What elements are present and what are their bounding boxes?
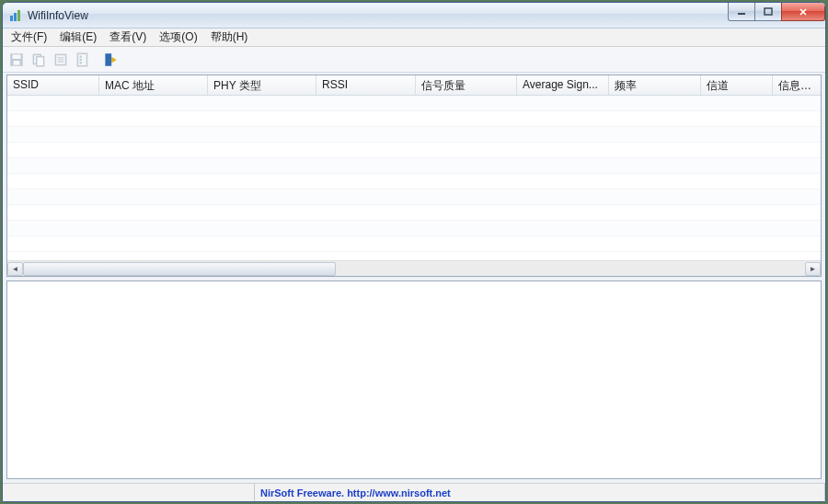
save-icon[interactable] (8, 52, 25, 68)
toolbar (3, 47, 825, 73)
window-title: WifiInfoView (28, 9, 88, 22)
svg-rect-1 (14, 13, 17, 21)
menu-file[interactable]: 文件(F) (5, 28, 53, 47)
maximize-button[interactable] (754, 3, 782, 21)
horizontal-scrollbar[interactable]: ◄ ► (7, 260, 821, 276)
col-channel[interactable]: 信道 (701, 75, 773, 95)
scroll-track[interactable] (23, 262, 805, 276)
svg-rect-4 (765, 8, 772, 15)
svg-rect-0 (10, 16, 13, 21)
status-cell-left (3, 484, 255, 501)
svg-rect-13 (80, 58, 82, 60)
scroll-thumb[interactable] (23, 262, 336, 276)
list-row[interactable] (7, 158, 821, 174)
list-row[interactable] (7, 236, 821, 252)
scroll-right-icon[interactable]: ► (805, 262, 821, 276)
menu-bar: 文件(F) 编辑(E) 查看(V) 选项(O) 帮助(H) (3, 29, 825, 47)
app-window: WifiInfoView 文件(F) 编辑(E) 查看(V) 选项(O) 帮助(… (2, 2, 826, 502)
menu-options[interactable]: 选项(O) (153, 28, 203, 47)
close-button[interactable] (781, 3, 825, 21)
menu-edit[interactable]: 编辑(E) (53, 28, 103, 47)
list-row[interactable] (7, 96, 821, 111)
menu-help[interactable]: 帮助(H) (204, 28, 255, 47)
list-header: SSID MAC 地址 PHY 类型 RSSI 信号质量 Average Sig… (7, 75, 821, 96)
status-cell-main: NirSoft Freeware. http://www.nirsoft.net (255, 484, 825, 501)
svg-rect-12 (80, 55, 82, 57)
refresh-icon[interactable] (102, 52, 119, 68)
window-controls (729, 3, 825, 21)
svg-rect-7 (14, 61, 20, 65)
list-row[interactable] (7, 111, 821, 127)
col-rssi[interactable]: RSSI (316, 75, 416, 95)
svg-rect-6 (13, 54, 21, 59)
list-row[interactable] (7, 189, 821, 205)
svg-rect-9 (37, 56, 44, 65)
wifi-list[interactable]: SSID MAC 地址 PHY 类型 RSSI 信号质量 Average Sig… (6, 74, 822, 277)
copy-icon[interactable] (30, 52, 47, 68)
col-avgsig[interactable]: Average Sign... (517, 75, 609, 95)
list-body[interactable] (7, 96, 821, 260)
options-icon[interactable] (75, 52, 91, 68)
list-row[interactable] (7, 174, 821, 189)
minimize-button[interactable] (728, 3, 755, 21)
list-row[interactable] (7, 127, 821, 143)
svg-rect-11 (77, 53, 86, 66)
col-quality[interactable]: 信号质量 (416, 75, 517, 95)
title-bar[interactable]: WifiInfoView (3, 3, 825, 29)
list-row[interactable] (7, 143, 821, 158)
col-phy[interactable]: PHY 类型 (208, 75, 316, 95)
list-row[interactable] (7, 221, 821, 236)
content-area: SSID MAC 地址 PHY 类型 RSSI 信号质量 Average Sig… (6, 74, 822, 479)
svg-rect-14 (80, 62, 82, 63)
col-freq[interactable]: 频率 (609, 75, 701, 95)
svg-rect-3 (738, 13, 745, 15)
app-icon (8, 8, 23, 23)
col-ssid[interactable]: SSID (7, 75, 99, 95)
svg-rect-15 (105, 53, 111, 66)
detail-pane[interactable] (6, 281, 822, 479)
menu-view[interactable]: 查看(V) (103, 28, 153, 47)
scroll-left-icon[interactable]: ◄ (7, 262, 23, 276)
properties-icon[interactable] (52, 52, 69, 68)
list-row[interactable] (7, 205, 821, 221)
svg-rect-2 (17, 10, 20, 21)
col-infosize[interactable]: 信息大小 (773, 75, 821, 95)
status-link[interactable]: NirSoft Freeware. http://www.nirsoft.net (260, 487, 451, 498)
status-bar: NirSoft Freeware. http://www.nirsoft.net (3, 483, 825, 501)
col-mac[interactable]: MAC 地址 (99, 75, 208, 95)
